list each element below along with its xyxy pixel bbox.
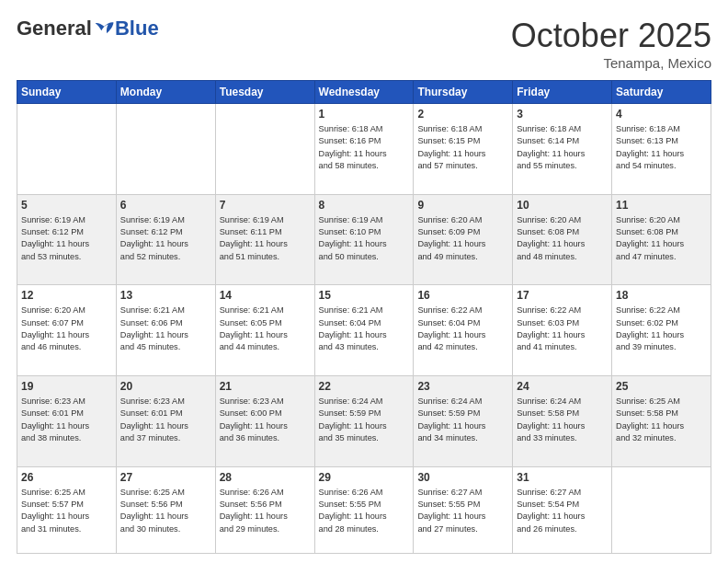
calendar-cell: 9Sunrise: 6:20 AM Sunset: 6:09 PM Daylig… bbox=[414, 194, 513, 285]
cell-sun-info: Sunrise: 6:22 AM Sunset: 6:02 PM Dayligh… bbox=[616, 304, 707, 353]
cell-day-number: 17 bbox=[517, 289, 608, 302]
calendar-cell: 12Sunrise: 6:20 AM Sunset: 6:07 PM Dayli… bbox=[17, 285, 117, 376]
calendar-cell: 29Sunrise: 6:26 AM Sunset: 5:55 PM Dayli… bbox=[314, 466, 414, 553]
cell-day-number: 3 bbox=[517, 108, 608, 121]
cell-day-number: 18 bbox=[616, 289, 707, 302]
cell-sun-info: Sunrise: 6:24 AM Sunset: 5:58 PM Dayligh… bbox=[517, 396, 608, 444]
logo-general: General bbox=[17, 17, 92, 40]
cell-sun-info: Sunrise: 6:19 AM Sunset: 6:11 PM Dayligh… bbox=[220, 214, 311, 263]
cell-sun-info: Sunrise: 6:25 AM Sunset: 5:56 PM Dayligh… bbox=[120, 487, 211, 535]
cell-day-number: 19 bbox=[21, 380, 112, 393]
cell-day-number: 24 bbox=[517, 380, 608, 393]
cell-day-number: 14 bbox=[220, 289, 311, 302]
cell-sun-info: Sunrise: 6:26 AM Sunset: 5:56 PM Dayligh… bbox=[220, 487, 311, 535]
cell-sun-info: Sunrise: 6:25 AM Sunset: 5:57 PM Dayligh… bbox=[21, 487, 112, 535]
day-header-monday: Monday bbox=[116, 81, 215, 104]
header: General Blue October 2025 Tenampa, Mexic… bbox=[17, 17, 711, 71]
cell-day-number: 4 bbox=[616, 108, 707, 121]
cell-day-number: 10 bbox=[517, 199, 608, 212]
cell-day-number: 13 bbox=[120, 289, 211, 302]
day-header-sunday: Sunday bbox=[17, 81, 117, 104]
day-header-tuesday: Tuesday bbox=[215, 81, 314, 104]
cell-sun-info: Sunrise: 6:23 AM Sunset: 6:00 PM Dayligh… bbox=[220, 396, 311, 444]
calendar-cell: 3Sunrise: 6:18 AM Sunset: 6:14 PM Daylig… bbox=[513, 104, 612, 195]
day-header-wednesday: Wednesday bbox=[314, 81, 414, 104]
cell-sun-info: Sunrise: 6:23 AM Sunset: 6:01 PM Dayligh… bbox=[120, 396, 211, 444]
cell-day-number: 16 bbox=[417, 289, 508, 302]
calendar-week-row: 1Sunrise: 6:18 AM Sunset: 6:16 PM Daylig… bbox=[17, 104, 711, 195]
calendar-cell: 7Sunrise: 6:19 AM Sunset: 6:11 PM Daylig… bbox=[215, 194, 314, 285]
calendar-header-row: SundayMondayTuesdayWednesdayThursdayFrid… bbox=[17, 81, 711, 104]
day-header-saturday: Saturday bbox=[612, 81, 711, 104]
calendar-cell: 1Sunrise: 6:18 AM Sunset: 6:16 PM Daylig… bbox=[314, 104, 414, 195]
calendar-cell: 16Sunrise: 6:22 AM Sunset: 6:04 PM Dayli… bbox=[414, 285, 513, 376]
cell-day-number: 1 bbox=[319, 108, 410, 121]
calendar-cell: 14Sunrise: 6:21 AM Sunset: 6:05 PM Dayli… bbox=[215, 285, 314, 376]
cell-sun-info: Sunrise: 6:22 AM Sunset: 6:04 PM Dayligh… bbox=[417, 304, 508, 353]
cell-day-number: 31 bbox=[517, 471, 608, 484]
calendar-cell: 18Sunrise: 6:22 AM Sunset: 6:02 PM Dayli… bbox=[612, 285, 711, 376]
calendar-week-row: 19Sunrise: 6:23 AM Sunset: 6:01 PM Dayli… bbox=[17, 376, 711, 467]
calendar-cell: 15Sunrise: 6:21 AM Sunset: 6:04 PM Dayli… bbox=[314, 285, 414, 376]
cell-day-number: 23 bbox=[417, 380, 508, 393]
calendar-cell: 8Sunrise: 6:19 AM Sunset: 6:10 PM Daylig… bbox=[314, 194, 414, 285]
calendar-cell bbox=[215, 104, 314, 195]
cell-sun-info: Sunrise: 6:23 AM Sunset: 6:01 PM Dayligh… bbox=[21, 396, 112, 444]
cell-sun-info: Sunrise: 6:19 AM Sunset: 6:12 PM Dayligh… bbox=[120, 214, 211, 263]
cell-sun-info: Sunrise: 6:27 AM Sunset: 5:54 PM Dayligh… bbox=[517, 487, 608, 535]
cell-sun-info: Sunrise: 6:21 AM Sunset: 6:05 PM Dayligh… bbox=[220, 304, 311, 353]
cell-sun-info: Sunrise: 6:19 AM Sunset: 6:12 PM Dayligh… bbox=[21, 214, 112, 263]
title-block: October 2025 Tenampa, Mexico bbox=[511, 17, 711, 71]
cell-sun-info: Sunrise: 6:18 AM Sunset: 6:13 PM Dayligh… bbox=[616, 123, 707, 172]
cell-day-number: 9 bbox=[417, 199, 508, 212]
calendar-cell: 28Sunrise: 6:26 AM Sunset: 5:56 PM Dayli… bbox=[215, 466, 314, 553]
calendar-cell: 27Sunrise: 6:25 AM Sunset: 5:56 PM Dayli… bbox=[116, 466, 215, 553]
cell-day-number: 2 bbox=[417, 108, 508, 121]
calendar-cell: 19Sunrise: 6:23 AM Sunset: 6:01 PM Dayli… bbox=[17, 376, 117, 467]
calendar-week-row: 12Sunrise: 6:20 AM Sunset: 6:07 PM Dayli… bbox=[17, 285, 711, 376]
calendar-cell: 25Sunrise: 6:25 AM Sunset: 5:58 PM Dayli… bbox=[612, 376, 711, 467]
cell-day-number: 22 bbox=[319, 380, 410, 393]
cell-sun-info: Sunrise: 6:20 AM Sunset: 6:08 PM Dayligh… bbox=[517, 214, 608, 263]
calendar-cell: 13Sunrise: 6:21 AM Sunset: 6:06 PM Dayli… bbox=[116, 285, 215, 376]
calendar-cell bbox=[116, 104, 215, 195]
cell-day-number: 11 bbox=[616, 199, 707, 212]
calendar-cell: 17Sunrise: 6:22 AM Sunset: 6:03 PM Dayli… bbox=[513, 285, 612, 376]
cell-day-number: 25 bbox=[616, 380, 707, 393]
page: General Blue October 2025 Tenampa, Mexic… bbox=[0, 0, 728, 563]
cell-sun-info: Sunrise: 6:26 AM Sunset: 5:55 PM Dayligh… bbox=[319, 487, 410, 535]
calendar-cell: 24Sunrise: 6:24 AM Sunset: 5:58 PM Dayli… bbox=[513, 376, 612, 467]
logo: General Blue bbox=[17, 17, 159, 40]
cell-sun-info: Sunrise: 6:20 AM Sunset: 6:08 PM Dayligh… bbox=[616, 214, 707, 263]
cell-day-number: 29 bbox=[319, 471, 410, 484]
calendar-week-row: 5Sunrise: 6:19 AM Sunset: 6:12 PM Daylig… bbox=[17, 194, 711, 285]
cell-day-number: 21 bbox=[220, 380, 311, 393]
calendar-cell bbox=[17, 104, 117, 195]
cell-day-number: 5 bbox=[21, 199, 112, 212]
calendar-cell: 23Sunrise: 6:24 AM Sunset: 5:59 PM Dayli… bbox=[414, 376, 513, 467]
calendar-cell: 31Sunrise: 6:27 AM Sunset: 5:54 PM Dayli… bbox=[513, 466, 612, 553]
cell-sun-info: Sunrise: 6:24 AM Sunset: 5:59 PM Dayligh… bbox=[417, 396, 508, 444]
cell-sun-info: Sunrise: 6:27 AM Sunset: 5:55 PM Dayligh… bbox=[417, 487, 508, 535]
cell-sun-info: Sunrise: 6:18 AM Sunset: 6:14 PM Dayligh… bbox=[517, 123, 608, 172]
calendar-cell: 4Sunrise: 6:18 AM Sunset: 6:13 PM Daylig… bbox=[612, 104, 711, 195]
logo-blue: Blue bbox=[115, 17, 159, 40]
cell-day-number: 12 bbox=[21, 289, 112, 302]
calendar-cell: 2Sunrise: 6:18 AM Sunset: 6:15 PM Daylig… bbox=[414, 104, 513, 195]
calendar-cell: 26Sunrise: 6:25 AM Sunset: 5:57 PM Dayli… bbox=[17, 466, 117, 553]
cell-day-number: 8 bbox=[319, 199, 410, 212]
cell-sun-info: Sunrise: 6:19 AM Sunset: 6:10 PM Dayligh… bbox=[319, 214, 410, 263]
calendar-cell: 10Sunrise: 6:20 AM Sunset: 6:08 PM Dayli… bbox=[513, 194, 612, 285]
calendar-cell: 20Sunrise: 6:23 AM Sunset: 6:01 PM Dayli… bbox=[116, 376, 215, 467]
calendar: SundayMondayTuesdayWednesdayThursdayFrid… bbox=[17, 80, 711, 554]
calendar-cell: 21Sunrise: 6:23 AM Sunset: 6:00 PM Dayli… bbox=[215, 376, 314, 467]
cell-sun-info: Sunrise: 6:18 AM Sunset: 6:16 PM Dayligh… bbox=[319, 123, 410, 172]
cell-sun-info: Sunrise: 6:24 AM Sunset: 5:59 PM Dayligh… bbox=[319, 396, 410, 444]
cell-day-number: 15 bbox=[319, 289, 410, 302]
day-header-thursday: Thursday bbox=[414, 81, 513, 104]
cell-day-number: 26 bbox=[21, 471, 112, 484]
cell-day-number: 7 bbox=[220, 199, 311, 212]
calendar-cell: 11Sunrise: 6:20 AM Sunset: 6:08 PM Dayli… bbox=[612, 194, 711, 285]
calendar-body: 1Sunrise: 6:18 AM Sunset: 6:16 PM Daylig… bbox=[17, 104, 711, 554]
cell-sun-info: Sunrise: 6:21 AM Sunset: 6:06 PM Dayligh… bbox=[120, 304, 211, 353]
